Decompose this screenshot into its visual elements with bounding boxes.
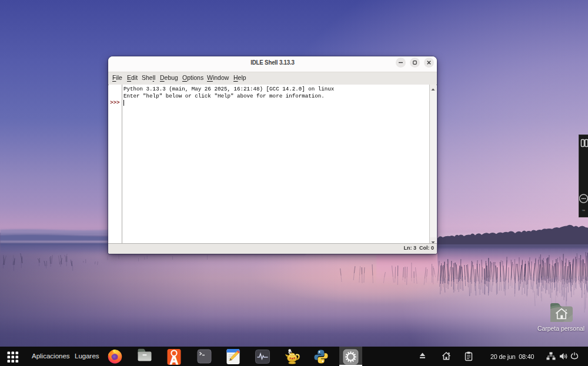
- svg-text:™: ™: [582, 209, 585, 213]
- svg-text:A: A: [170, 353, 178, 365]
